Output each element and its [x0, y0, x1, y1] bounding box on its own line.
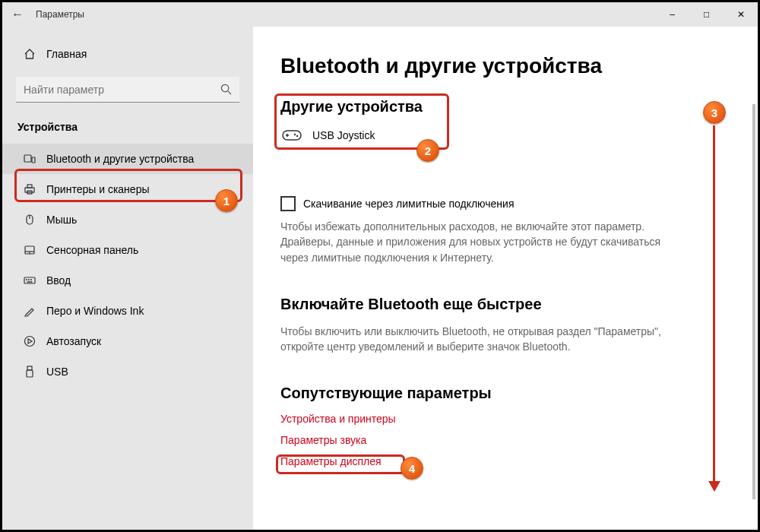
svg-point-17 [25, 337, 35, 347]
svg-rect-12 [24, 277, 35, 283]
touchpad-icon [24, 244, 36, 256]
sidebar-group-title: Устройства [2, 116, 253, 144]
other-devices-heading: Другие устройства [280, 98, 730, 116]
sidebar-item-label: Перо и Windows Ink [46, 305, 144, 317]
metered-help-text: Чтобы избежать дополнительных расходов, … [280, 219, 668, 265]
svg-rect-5 [27, 185, 32, 188]
back-button[interactable]: ← [2, 8, 33, 21]
checkbox-icon[interactable] [280, 196, 296, 211]
keyboard-icon [24, 274, 36, 287]
svg-rect-4 [25, 188, 34, 192]
sidebar-item-bluetooth[interactable]: Bluetooth и другие устройства [2, 144, 253, 174]
sidebar-item-autoplay[interactable]: Автозапуск [2, 326, 253, 356]
autoplay-icon [24, 335, 36, 347]
sidebar-item-label: Ввод [46, 274, 71, 287]
device-name: USB Joystick [312, 129, 375, 141]
related-heading: Сопутствующие параметры [280, 385, 730, 402]
maximize-button[interactable]: □ [689, 2, 724, 27]
sidebar-item-label: Сенсорная панель [46, 244, 138, 256]
sidebar-item-label: Bluetooth и другие устройства [46, 153, 194, 165]
usb-icon [24, 366, 36, 378]
search-box[interactable] [16, 77, 239, 103]
sidebar-item-pen[interactable]: Перо и Windows Ink [2, 296, 253, 326]
sidebar-item-label: Мышь [46, 214, 77, 226]
svg-point-23 [294, 134, 296, 135]
close-button[interactable]: ✕ [724, 2, 758, 27]
pen-icon [24, 305, 36, 317]
gamepad-icon [282, 128, 302, 143]
sidebar-item-touchpad[interactable]: Сенсорная панель [2, 235, 253, 265]
link-sound-settings[interactable]: Параметры звука [280, 434, 730, 446]
sidebar: Главная Устройства Bluetooth и другие ус… [2, 27, 253, 530]
sidebar-item-label: Принтеры и сканеры [46, 183, 149, 195]
faster-bluetooth-heading: Включайте Bluetooth еще быстрее [280, 296, 730, 313]
svg-rect-19 [27, 370, 33, 377]
scrollbar[interactable] [752, 104, 755, 499]
sidebar-item-printers[interactable]: Принтеры и сканеры [2, 174, 253, 204]
printer-icon [24, 183, 36, 195]
home-icon [24, 48, 36, 60]
faster-help-text: Чтобы включить или выключить Bluetooth, … [280, 324, 668, 355]
sidebar-item-label: USB [46, 366, 68, 378]
sidebar-item-mouse[interactable]: Мышь [2, 204, 253, 235]
window-title: Параметры [33, 9, 84, 20]
minimize-button[interactable]: – [655, 2, 689, 27]
sidebar-item-label: Автозапуск [46, 335, 101, 347]
svg-rect-3 [32, 157, 35, 163]
devices-icon [24, 153, 36, 165]
svg-point-0 [221, 84, 228, 91]
mouse-icon [24, 214, 36, 226]
page-title: Bluetooth и другие устройства [280, 54, 730, 78]
search-input[interactable] [16, 77, 239, 103]
sidebar-item-typing[interactable]: Ввод [2, 265, 253, 296]
main-content: Bluetooth и другие устройства Другие уст… [253, 27, 758, 530]
svg-rect-2 [24, 155, 31, 162]
svg-line-1 [228, 91, 231, 94]
link-display-settings[interactable]: Параметры дисплея [280, 455, 730, 467]
search-icon [220, 84, 232, 98]
home-nav[interactable]: Главная [2, 42, 253, 66]
svg-rect-20 [283, 131, 301, 140]
sidebar-item-usb[interactable]: USB [2, 356, 253, 387]
svg-rect-18 [27, 366, 32, 370]
titlebar: ← Параметры – □ ✕ [2, 2, 758, 27]
home-label: Главная [46, 48, 87, 60]
metered-checkbox-row[interactable]: Скачивание через лимитные подключения [280, 196, 730, 211]
svg-point-24 [296, 135, 298, 137]
link-devices-printers[interactable]: Устройства и принтеры [280, 413, 730, 425]
metered-checkbox-label: Скачивание через лимитные подключения [303, 198, 514, 210]
device-row[interactable]: USB Joystick [280, 126, 730, 150]
